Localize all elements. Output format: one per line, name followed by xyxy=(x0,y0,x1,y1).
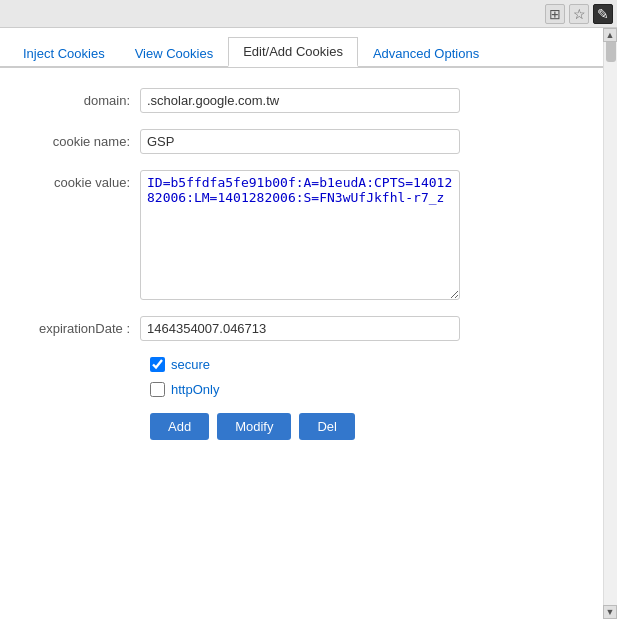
tab-edit-add-cookies[interactable]: Edit/Add Cookies xyxy=(228,37,358,67)
cookie-value-input[interactable]: ID=b5ffdfa5fe91b00f:A=b1eudA:CPTS=140128… xyxy=(140,170,460,300)
user-icon[interactable]: ✎ xyxy=(593,4,613,24)
tab-view-cookies[interactable]: View Cookies xyxy=(120,39,229,67)
secure-checkbox[interactable] xyxy=(150,357,165,372)
scrollbar-track: ▲ ▼ xyxy=(603,28,617,619)
tabs: Inject Cookies View Cookies Edit/Add Coo… xyxy=(0,28,617,68)
cookie-name-input[interactable] xyxy=(140,129,460,154)
domain-input[interactable] xyxy=(140,88,460,113)
secure-row: secure xyxy=(150,357,597,372)
cookie-name-label: cookie name: xyxy=(20,129,140,149)
expiration-input[interactable] xyxy=(140,316,460,341)
expiration-row: expirationDate : xyxy=(20,316,597,341)
cookie-name-row: cookie name: xyxy=(20,129,597,154)
tab-advanced-options[interactable]: Advanced Options xyxy=(358,39,494,67)
domain-row: domain: xyxy=(20,88,597,113)
httponly-label: httpOnly xyxy=(171,382,219,397)
top-bar: ⊞ ☆ ✎ xyxy=(0,0,617,28)
scrollbar-arrow-down[interactable]: ▼ xyxy=(603,605,617,619)
star-icon[interactable]: ☆ xyxy=(569,4,589,24)
add-button[interactable]: Add xyxy=(150,413,209,440)
httponly-checkbox[interactable] xyxy=(150,382,165,397)
domain-label: domain: xyxy=(20,88,140,108)
modify-button[interactable]: Modify xyxy=(217,413,291,440)
buttons-row: Add Modify Del xyxy=(150,413,597,440)
grid-icon[interactable]: ⊞ xyxy=(545,4,565,24)
httponly-row: httpOnly xyxy=(150,382,597,397)
tab-inject-cookies[interactable]: Inject Cookies xyxy=(8,39,120,67)
secure-label: secure xyxy=(171,357,210,372)
cookie-value-label: cookie value: xyxy=(20,170,140,190)
scrollbar-arrow-up[interactable]: ▲ xyxy=(603,28,617,42)
del-button[interactable]: Del xyxy=(299,413,355,440)
expiration-label: expirationDate : xyxy=(20,316,140,336)
form-area: domain: cookie name: cookie value: ID=b5… xyxy=(0,68,617,450)
cookie-value-row: cookie value: ID=b5ffdfa5fe91b00f:A=b1eu… xyxy=(20,170,597,300)
main-container: Inject Cookies View Cookies Edit/Add Coo… xyxy=(0,28,617,619)
